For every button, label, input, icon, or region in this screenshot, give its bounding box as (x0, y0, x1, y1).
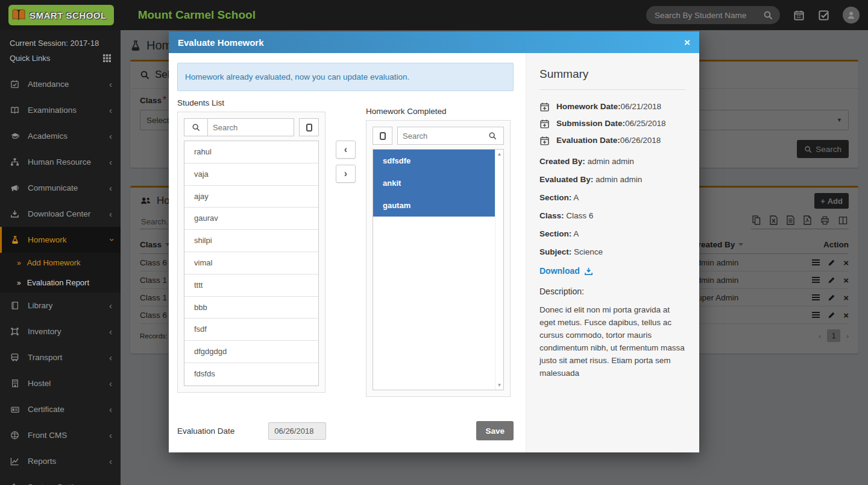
sidebar-item-front-cms[interactable]: Front CMS ‹ (0, 422, 121, 448)
scroll-up-icon[interactable]: ▲ (497, 151, 502, 157)
user-avatar[interactable] (843, 7, 860, 24)
modal-header: Evaluate Homework × (169, 31, 699, 53)
download-icon (584, 267, 593, 276)
summary-title: Summary (539, 68, 686, 81)
chevron-left-icon: ‹ (109, 379, 112, 388)
sidebar-item-academics[interactable]: Academics ‹ (0, 123, 121, 149)
move-left-button[interactable]: ‹ (336, 141, 356, 159)
select-all-completed-checkbox[interactable] (373, 127, 392, 145)
topbar-actions (646, 6, 868, 24)
completed-item-selected[interactable]: ankit (373, 172, 495, 194)
scroll-down-icon[interactable]: ▼ (497, 382, 502, 388)
sidebar-item-homework[interactable]: Homework ‹ (0, 227, 121, 253)
modal-title: Evaluate Homework (178, 37, 264, 48)
bus-icon (10, 353, 20, 362)
sidebar-item-label: Academics (28, 132, 68, 141)
completed-item-selected[interactable]: gautam (373, 194, 495, 217)
students-search-input[interactable] (208, 118, 294, 136)
select-all-students-checkbox[interactable] (299, 118, 319, 136)
logo-text: SMART SCHOOL (30, 10, 107, 21)
sidebar-item-reports[interactable]: Reports ‹ (0, 448, 121, 474)
transfer-controls: ‹ › (326, 98, 366, 397)
sidebar-item-label: Human Resource (28, 157, 91, 166)
summary-field: Evaluated By: admin admin (539, 175, 686, 184)
student-item[interactable]: vimal (184, 252, 318, 274)
sidebar-item-label: Inventory (28, 327, 61, 336)
chevron-left-icon: ‹ (109, 106, 112, 115)
student-item[interactable]: shilpi (184, 230, 318, 252)
download-link[interactable]: Download (539, 266, 686, 276)
sidebar-item-inventory[interactable]: Inventory ‹ (0, 319, 121, 344)
student-item[interactable]: fdsfds (184, 363, 318, 385)
evaluation-date-input[interactable] (268, 422, 326, 440)
tasks-icon[interactable] (818, 10, 829, 21)
completed-item-selected[interactable]: sdfsdfe (373, 150, 495, 172)
student-item[interactable]: fsdf (184, 319, 318, 341)
student-item[interactable]: gaurav (184, 208, 318, 230)
sidebar-item-system-settings[interactable]: System Settings ‹ (0, 474, 121, 485)
summary-date-row: Submission Date:06/25/2018 (539, 116, 686, 131)
students-list-box: rahul vaja ajay gaurav shilpi vimal tttt… (177, 112, 326, 393)
close-icon[interactable]: × (684, 37, 690, 48)
chevron-left-icon: ‹ (109, 183, 112, 192)
sidebar-item-certificate[interactable]: Certificate ‹ (0, 396, 121, 422)
student-item[interactable]: ajay (184, 186, 318, 208)
students-list-label: Students List (177, 98, 326, 107)
sidebar-item-label: System Settings (28, 483, 87, 485)
summary-panel: Summary Homework Date:06/21/2018 Submiss… (526, 53, 699, 452)
save-button[interactable]: Save (476, 421, 514, 440)
sidebar-item-transport[interactable]: Transport ‹ (0, 344, 121, 370)
sidebar-item-label: Reports (28, 457, 56, 466)
completed-list: sdfsdfe ankit gautam (373, 150, 503, 217)
summary-field: Section: A (539, 229, 686, 238)
app: SMART SCHOOL Mount Carmel School Current… (0, 0, 868, 485)
sub-item-label: Evaluation Report (27, 278, 89, 287)
student-item[interactable]: rahul (184, 141, 318, 163)
checkbox-icon (380, 132, 386, 140)
sidebar: Current Session: 2017-18 Quick Links Att… (0, 30, 121, 485)
summary-date-row: Homework Date:06/21/2018 (539, 100, 686, 114)
sidebar-item-examinations[interactable]: Examinations ‹ (0, 97, 121, 123)
current-session: Current Session: 2017-18 (0, 30, 121, 49)
id-card-icon (10, 405, 20, 414)
sub-item-label: Add Homework (27, 258, 81, 267)
students-list: rahul vaja ajay gaurav shilpi vimal tttt… (184, 141, 319, 386)
completed-list-area: sdfsdfe ankit gautam ▲ ▼ (373, 149, 504, 390)
bullhorn-icon (10, 183, 20, 192)
student-search[interactable] (646, 6, 780, 24)
sidebar-item-human-resource[interactable]: Human Resource ‹ (0, 149, 121, 175)
sidebar-item-hostel[interactable]: Hostel ‹ (0, 370, 121, 396)
student-item[interactable]: dfgdgdgd (184, 341, 318, 363)
sidebar-item-communicate[interactable]: Communicate ‹ (0, 175, 121, 201)
scrollbar[interactable]: ▲ ▼ (495, 150, 503, 390)
summary-field: Section: A (539, 193, 686, 202)
boxes-icon (10, 327, 20, 336)
move-right-button[interactable]: › (336, 165, 356, 183)
top-bar: SMART SCHOOL Mount Carmel School (0, 0, 868, 30)
quick-links[interactable]: Quick Links (0, 49, 121, 66)
sidebar-item-library[interactable]: Library ‹ (0, 293, 121, 319)
app-logo[interactable]: SMART SCHOOL (8, 5, 114, 25)
book-logo-icon (11, 8, 26, 22)
student-item[interactable]: vaja (184, 163, 318, 186)
download-link-label: Download (539, 266, 580, 276)
calendar-icon[interactable] (793, 10, 805, 21)
evaluate-homework-modal: Evaluate Homework × Homework already eva… (169, 31, 699, 452)
search-icon (481, 127, 504, 145)
student-search-input[interactable] (653, 10, 763, 21)
sidebar-item-label: Homework (28, 235, 67, 244)
sidebar-item-attendance[interactable]: Attendance ‹ (0, 71, 121, 97)
student-item[interactable]: bbb (184, 297, 318, 319)
sidebar-item-evaluation-report[interactable]: » Evaluation Report (0, 273, 121, 293)
grid-icon[interactable] (103, 54, 111, 62)
chevron-left-icon: ‹ (109, 209, 112, 218)
search-icon[interactable] (763, 10, 773, 20)
student-item[interactable]: tttt (184, 274, 318, 297)
sidebar-item-download-center[interactable]: Download Center ‹ (0, 201, 121, 227)
chevron-left-icon: ‹ (109, 132, 112, 141)
calendar-check-icon (10, 80, 20, 89)
sidebar-item-add-homework[interactable]: » Add Homework (0, 253, 121, 273)
completed-search-input[interactable] (397, 127, 481, 145)
cms-globe-icon (10, 431, 20, 440)
homework-completed-label: Homework Completed (366, 107, 511, 116)
